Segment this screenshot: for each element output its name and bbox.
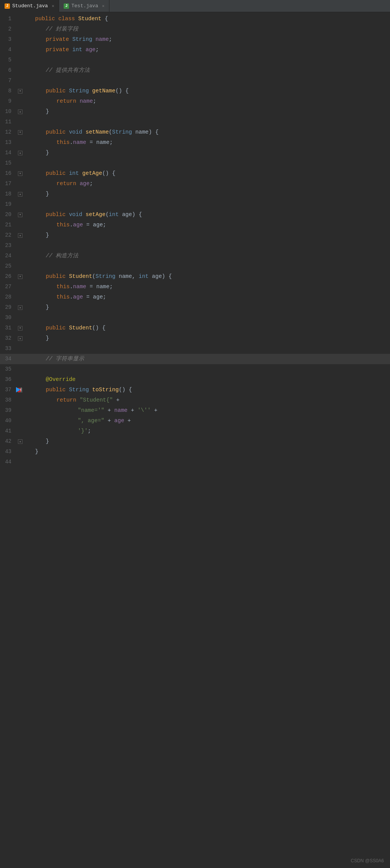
fold-icon[interactable]: ▾ <box>18 89 22 94</box>
line-number: 20 <box>0 210 16 220</box>
fold-close-icon[interactable]: ▴ <box>18 110 22 114</box>
code-line: 2// 封装字段 <box>0 24 390 34</box>
gutter: ▾ <box>16 127 24 137</box>
fold-close-icon[interactable]: ▴ <box>18 192 22 197</box>
code-content <box>24 117 390 127</box>
code-content: this.age = age; <box>24 220 390 230</box>
code-line: 30 <box>0 313 390 323</box>
tab-student[interactable]: J Student.java ✕ <box>0 0 59 12</box>
gutter: ▴ <box>16 106 24 117</box>
fold-icon[interactable]: ▾ <box>18 171 22 176</box>
code-content: this.name = name; <box>24 282 390 292</box>
code-content: public String getName() { <box>24 86 390 96</box>
code-content: } <box>24 230 390 240</box>
gutter <box>16 199 24 210</box>
line-number: 15 <box>0 158 16 168</box>
code-line: 12▾public void setName(String name) { <box>0 127 390 137</box>
line-number: 5 <box>0 55 16 65</box>
code-line: 3private String name; <box>0 34 390 45</box>
code-line: 35 <box>0 364 390 374</box>
code-content: } <box>24 189 390 199</box>
code-line: 40", age=" + age + <box>0 416 390 426</box>
code-content <box>24 364 390 374</box>
gutter <box>16 457 24 467</box>
code-content: } <box>24 436 390 447</box>
line-number: 26 <box>0 271 16 282</box>
code-content: '}'; <box>24 426 390 436</box>
code-line: 33 <box>0 344 390 354</box>
code-content: public Student() { <box>24 323 390 333</box>
fold-close-icon[interactable]: ▴ <box>18 305 22 310</box>
fold-icon[interactable]: ▾ <box>18 326 22 331</box>
tab-close-test[interactable]: ✕ <box>102 3 104 8</box>
fold-close-icon[interactable]: ▴ <box>18 336 22 341</box>
line-number: 6 <box>0 65 16 76</box>
fold-icon[interactable]: ▾ <box>18 213 22 217</box>
code-content: this.age = age; <box>24 292 390 302</box>
line-number: 19 <box>0 199 16 210</box>
code-content: } <box>24 302 390 313</box>
line-number: 24 <box>0 251 16 261</box>
gutter <box>16 354 24 364</box>
code-line: 21this.age = age; <box>0 220 390 230</box>
gutter <box>16 282 24 292</box>
code-content: public String toString() { <box>24 385 390 395</box>
code-line: 4private int age; <box>0 45 390 55</box>
line-number: 33 <box>0 344 16 354</box>
tab-icon-test: J <box>64 3 69 9</box>
tab-close-student[interactable]: ✕ <box>52 3 55 8</box>
fold-close-icon[interactable]: ▴ <box>18 439 22 444</box>
line-number: 23 <box>0 240 16 251</box>
tab-test[interactable]: J Test.java ✕ <box>59 0 109 12</box>
line-number: 7 <box>0 76 16 86</box>
code-line: 16▾public int getAge() { <box>0 168 390 179</box>
code-line: 5 <box>0 55 390 65</box>
fold-icon[interactable]: ▾ <box>18 274 22 279</box>
code-line: 10▴} <box>0 106 390 117</box>
line-number: 3 <box>0 34 16 45</box>
line-number: 40 <box>0 416 16 426</box>
code-line: 43} <box>0 447 390 457</box>
gutter <box>16 96 24 106</box>
gutter: ▴ <box>16 148 24 158</box>
line-number: 2 <box>0 24 16 34</box>
line-number: 34 <box>0 354 16 364</box>
code-line: 37▾public String toString() { <box>0 385 390 395</box>
code-line: 44 <box>0 457 390 467</box>
code-content: } <box>24 333 390 344</box>
code-line: 38return "Student{" + <box>0 395 390 405</box>
code-line: 11 <box>0 117 390 127</box>
code-content <box>24 158 390 168</box>
gutter: ▾ <box>16 323 24 333</box>
code-content: public Student(String name, int age) { <box>24 271 390 282</box>
code-content: private String name; <box>24 34 390 45</box>
fold-close-icon[interactable]: ▴ <box>18 151 22 155</box>
code-line: 14▴} <box>0 148 390 158</box>
line-number: 17 <box>0 179 16 189</box>
gutter <box>16 76 24 86</box>
code-line: 39"name='" + name + '\'' + <box>0 405 390 416</box>
code-content: } <box>24 106 390 117</box>
gutter <box>16 240 24 251</box>
code-line: 27this.name = name; <box>0 282 390 292</box>
code-content: // 封装字段 <box>24 24 390 34</box>
code-line: 1public class Student { <box>0 14 390 24</box>
code-line: 25 <box>0 261 390 271</box>
line-number: 44 <box>0 457 16 467</box>
line-number: 27 <box>0 282 16 292</box>
gutter: ▾ <box>16 86 24 96</box>
line-number: 30 <box>0 313 16 323</box>
line-number: 39 <box>0 405 16 416</box>
tab-icon-student: J <box>5 3 10 9</box>
code-content <box>24 55 390 65</box>
code-line: 18▴} <box>0 189 390 199</box>
line-number: 38 <box>0 395 16 405</box>
gutter <box>16 395 24 405</box>
fold-icon[interactable]: ▾ <box>18 130 22 135</box>
code-line: 26▾public Student(String name, int age) … <box>0 271 390 282</box>
code-line: 20▾public void setAge(int age) { <box>0 210 390 220</box>
gutter: ▴ <box>16 230 24 240</box>
fold-close-icon[interactable]: ▴ <box>18 233 22 238</box>
code-content: // 构造方法 <box>24 251 390 261</box>
code-line: 19 <box>0 199 390 210</box>
